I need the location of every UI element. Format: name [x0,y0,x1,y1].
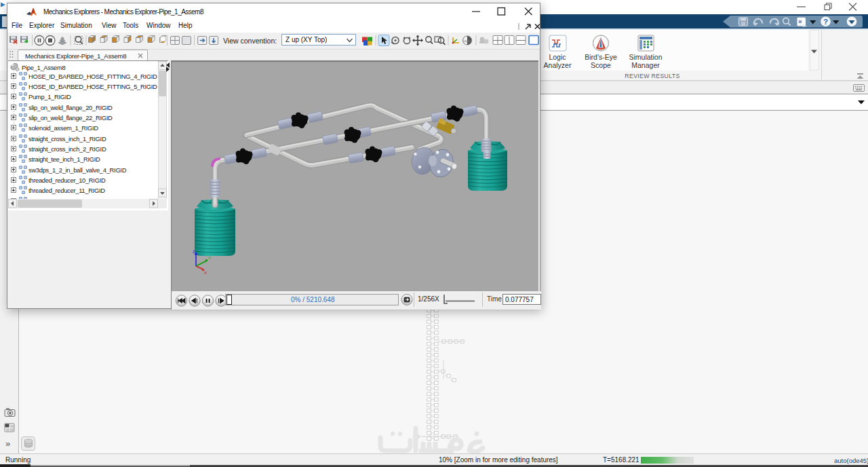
svg-text:»: » [798,18,802,25]
svg-text:Y: Y [208,256,211,260]
svg-text:?: ? [823,18,828,26]
svg-text:X: X [204,271,207,275]
svg-text:Z: Z [193,250,195,254]
svg-text:»: » [5,438,10,449]
